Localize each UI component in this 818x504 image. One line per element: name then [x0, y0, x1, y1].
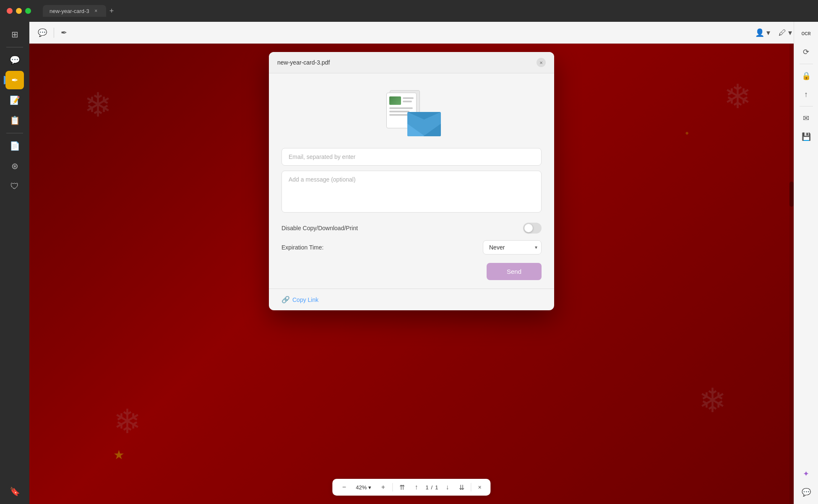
disable-setting-row: Disable Copy/Download/Print	[281, 223, 542, 234]
doc-line-3	[403, 97, 414, 99]
sidebar-divider-2	[6, 133, 23, 133]
toggle-knob	[524, 224, 533, 232]
modal-close-button[interactable]: ×	[537, 58, 546, 67]
close-window-button[interactable]	[7, 8, 13, 14]
tab-label: new-year-card-3	[49, 8, 89, 14]
review-icon: 📄	[10, 141, 20, 151]
email-icon: ✉	[803, 114, 809, 123]
app-right-icon[interactable]: ✦	[798, 465, 815, 482]
traffic-lights	[7, 8, 31, 14]
expiration-select[interactable]: Never 1 Day 7 Days 30 Days	[483, 240, 542, 255]
tab-bar: new-year-card-3 × +	[43, 5, 117, 17]
save-right-icon[interactable]: 💾	[798, 128, 815, 145]
sidebar-right: OCR ⟳ 🔒 ↑ ✉ 💾 ✦ 💬	[794, 22, 818, 504]
zoom-out-button[interactable]: −	[339, 482, 349, 492]
zoom-divider-1	[392, 483, 393, 491]
titlebar: new-year-card-3 × +	[0, 0, 818, 22]
send-button[interactable]: Send	[487, 263, 542, 280]
sidebar-item-comment[interactable]: 💬	[5, 51, 24, 69]
right-divider-1	[800, 64, 813, 64]
comment-toolbar-button[interactable]: 💬	[36, 26, 49, 39]
user-menu-button[interactable]: 👤 ▾	[753, 26, 772, 39]
sidebar-left: ⊞ 💬 ✒ 📝 📋 📄 ⊛ 🛡 🔖	[0, 22, 29, 504]
sidebar-item-annotation[interactable]: ✒	[5, 71, 24, 89]
minimize-window-button[interactable]	[16, 8, 22, 14]
nav-last-button[interactable]: ⇊	[456, 482, 466, 492]
right-divider-2	[800, 106, 813, 107]
toolbar-divider-1	[54, 28, 54, 38]
copy-link-button[interactable]: 🔗 Copy Link	[281, 296, 318, 304]
ocr-icon: OCR	[801, 31, 810, 36]
envelope	[407, 112, 441, 136]
email-right-icon[interactable]: ✉	[798, 110, 815, 127]
page-current: 1	[425, 484, 428, 491]
disable-label: Disable Copy/Download/Print	[281, 225, 358, 231]
ocr-right-icon[interactable]: OCR	[798, 25, 815, 42]
stamp-menu-button[interactable]: 🖊 ▾	[777, 26, 794, 39]
tab-new-year-card[interactable]: new-year-card-3 ×	[43, 5, 106, 17]
edit-icon: 📝	[10, 95, 20, 105]
expiration-label: Expiration Time:	[281, 244, 323, 251]
expiration-row: Expiration Time: Never 1 Day 7 Days 30 D…	[281, 240, 542, 255]
chat-right-icon[interactable]: 💬	[798, 484, 815, 501]
doc-line-4	[403, 101, 412, 102]
nav-prev-button[interactable]: ↑	[411, 482, 421, 492]
page-separator: /	[431, 484, 433, 491]
page-close-button[interactable]: ×	[475, 483, 484, 491]
form-icon: 📋	[10, 115, 20, 125]
nav-first-button[interactable]: ⇈	[397, 482, 407, 492]
zoom-in-button[interactable]: +	[378, 482, 388, 492]
zoom-value-display[interactable]: 42% ▾	[353, 483, 374, 491]
toolbar: 💬 ✒ 👤 ▾ 🖊 ▾ 🔍	[29, 22, 818, 44]
main-content: ❄ ❄ ❄ ❄ ★ • new-year-card-3.pdf ×	[29, 44, 794, 504]
sidebar-item-bookmark[interactable]: 🔖	[5, 482, 24, 501]
expiration-select-wrapper: Never 1 Day 7 Days 30 Days	[483, 240, 542, 255]
convert-icon: ⊛	[11, 161, 18, 171]
upload-icon: ↑	[804, 90, 808, 99]
sidebar-item-convert[interactable]: ⊛	[5, 157, 24, 175]
link-icon: 🔗	[281, 296, 290, 304]
share-right-icon[interactable]: ↑	[798, 86, 815, 103]
pen-icon: ✒	[61, 28, 67, 37]
modal-footer: 🔗 Copy Link	[269, 288, 554, 310]
sidebar-item-review[interactable]: 📄	[5, 137, 24, 155]
message-textarea[interactable]	[281, 171, 542, 213]
zoom-percentage: 42%	[356, 484, 367, 491]
modal-header: new-year-card-3.pdf ×	[269, 52, 554, 73]
sidebar-item-pages[interactable]: ⊞	[5, 25, 24, 44]
add-tab-button[interactable]: +	[106, 7, 117, 16]
send-row: Send	[281, 263, 542, 280]
sidebar-item-form[interactable]: 📋	[5, 111, 24, 130]
doc-image-thumb	[389, 96, 401, 105]
pen-toolbar-button[interactable]: ✒	[59, 26, 69, 39]
maximize-window-button[interactable]	[25, 8, 31, 14]
lock-icon: 🔒	[802, 71, 811, 81]
disable-toggle[interactable]	[523, 223, 542, 234]
nav-next-button[interactable]: ↓	[442, 482, 452, 492]
comment-toolbar-icon: 💬	[38, 28, 47, 37]
share-illustration-container	[281, 86, 542, 136]
sidebar-item-protect[interactable]: 🛡	[5, 177, 24, 195]
doc-line-6	[389, 111, 409, 112]
zoom-dropdown-icon: ▾	[368, 484, 371, 491]
envelope-flap	[407, 112, 441, 125]
annotation-icon: ✒	[11, 75, 18, 85]
page-navigation: 1 / 1	[425, 484, 438, 491]
share-illustration	[382, 86, 441, 136]
copy-link-label: Copy Link	[292, 296, 318, 303]
bookmark-icon: 🔖	[10, 486, 20, 496]
protect-icon: 🛡	[10, 182, 19, 191]
sidebar-item-edit[interactable]: 📝	[5, 91, 24, 109]
scan-right-icon[interactable]: ⟳	[798, 44, 815, 60]
zoom-divider-2	[471, 483, 471, 491]
email-input[interactable]	[281, 148, 542, 166]
comment-icon: 💬	[10, 55, 20, 65]
app-icon: ✦	[803, 469, 809, 478]
secure-right-icon[interactable]: 🔒	[798, 68, 815, 84]
envelope-body	[407, 112, 441, 136]
modal-body: Disable Copy/Download/Print Expiration T…	[269, 73, 554, 288]
page-total: 1	[435, 484, 438, 491]
pages-icon: ⊞	[11, 29, 18, 39]
envelope-right	[423, 124, 441, 136]
tab-close-button[interactable]: ×	[93, 8, 99, 14]
